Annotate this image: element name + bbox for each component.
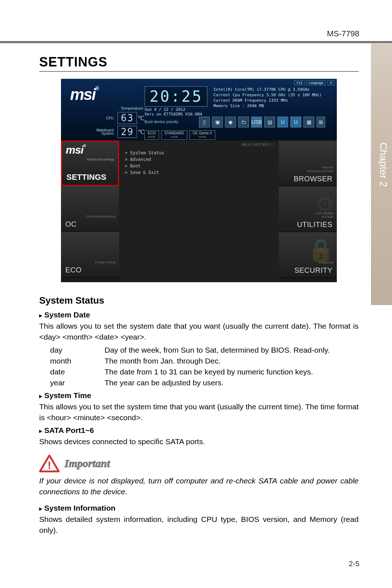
tile-oc-sub: Overclocking setting xyxy=(86,215,115,218)
tile-security-sub: Password xyxy=(319,261,333,264)
mb-temp-value: 29 xyxy=(117,126,137,138)
bios-mode-switcher: ECOmode STANDARDmode OC Genie IImode xyxy=(144,130,215,140)
settings-menu: > System Status > Advanced > Boot > Save… xyxy=(119,148,279,177)
cpu-temp-value: 63 xyxy=(117,112,137,124)
tile-utilities-sub: Live Update M-Flash xyxy=(316,211,333,219)
boot-cd-icon[interactable]: ◉ xyxy=(225,117,236,127)
bios-top-right-bar: F12 Language X xyxy=(294,80,335,85)
bios-center-panel: HELP | HOT KEY | ⤴ > System Status > Adv… xyxy=(119,141,279,282)
msi-logo: msi® xyxy=(70,85,98,104)
language-button[interactable]: Language xyxy=(306,80,326,85)
menu-save-exit[interactable]: > Save & Exit xyxy=(125,169,273,176)
section-system-status: System Status xyxy=(39,295,359,306)
eco-mode-button[interactable]: ECOmode xyxy=(144,130,159,140)
title-rule xyxy=(39,71,359,72)
boot-net-icon[interactable]: ▤ xyxy=(264,117,275,127)
boot-device-icons: ▯ ▣ ◉ 🗀 USB ▤ U U ▦ ⊞ xyxy=(199,117,325,127)
page-title: SETTINGS xyxy=(39,54,359,70)
important-callout: ! Important xyxy=(39,454,359,473)
cpu-temp-label: CPU xyxy=(94,116,114,120)
temperature-label: Temperature xyxy=(94,106,143,110)
item-system-information: System Information xyxy=(39,504,359,512)
system-time-desc: This allows you to set the system time t… xyxy=(39,401,359,423)
chapter-label: Chapter 2 xyxy=(377,142,389,187)
tile-security[interactable]: 🔒 Password SECURITY xyxy=(279,232,337,278)
menu-boot[interactable]: > Boot xyxy=(125,163,273,169)
tile-eco-label: ECO xyxy=(65,266,82,274)
mb-temp-label: Mainboard System xyxy=(94,129,114,135)
system-date-desc: This allows you to set the system date t… xyxy=(39,321,359,342)
temp-unit2: ℃ xyxy=(138,129,144,135)
tile-eco[interactable]: Energy saving ECO xyxy=(61,232,119,277)
menu-system-status[interactable]: > System Status xyxy=(125,150,273,156)
tile-oc[interactable]: Overclocking setting OC xyxy=(61,186,119,232)
sata-desc: Shows devices connected to specific SATA… xyxy=(39,436,359,447)
warning-icon: ! xyxy=(39,454,60,473)
item-system-date: System Date xyxy=(39,311,359,319)
tile-utilities[interactable]: ⚙ Live Update M-Flash UTILITIES xyxy=(279,186,337,232)
tile-oc-label: OC xyxy=(65,220,77,228)
important-text: If your device is not displayed, turn of… xyxy=(39,475,359,497)
table-row: monthThe month from Jan. through Dec. xyxy=(50,356,337,366)
tile-browser-label: BROWSER xyxy=(294,175,332,183)
tile-security-label: SECURITY xyxy=(294,266,332,275)
item-sata-ports: SATA Port1~6 xyxy=(39,426,359,435)
table-row: yearThe year can be adjusted by users. xyxy=(50,377,337,388)
standard-mode-button[interactable]: STANDARDmode xyxy=(161,130,187,140)
tile-utilities-label: UTILITIES xyxy=(297,220,332,229)
table-row: dateThe date from 1 to 31 can be keyed b… xyxy=(50,366,337,377)
boot-uefi-icon[interactable]: U xyxy=(277,117,288,127)
boot-floppy-icon[interactable]: ▯ xyxy=(199,117,210,127)
tile-browser[interactable]: Internet Message and Mail BROWSER xyxy=(279,141,337,186)
close-button[interactable]: X xyxy=(327,80,335,85)
page-number: 2-5 xyxy=(349,560,359,568)
date-format-table: dayDay of the week, from Sun to Sat, det… xyxy=(50,345,337,388)
tile-browser-sub: Internet Message and Mail xyxy=(307,166,333,173)
boot-last-icon[interactable]: ⊞ xyxy=(317,117,325,127)
important-label: Important xyxy=(65,457,110,470)
header-model: MS-7798 xyxy=(327,29,359,38)
chapter-tab: Chapter 2 xyxy=(371,44,392,305)
sysinfo-desc: Shows detailed system information, inclu… xyxy=(39,514,359,536)
boot-folder-icon[interactable]: 🗀 xyxy=(238,117,249,127)
svg-text:!: ! xyxy=(48,459,51,471)
header-rule xyxy=(0,41,392,43)
temp-unit: ℃ xyxy=(138,115,144,122)
boot-usb-icon[interactable]: USB xyxy=(251,117,262,127)
boot-hdd-icon[interactable]: ▣ xyxy=(212,117,223,127)
tile-settings-sub: Mainboard settings xyxy=(87,158,114,161)
table-row: dayDay of the week, from Sun to Sat, det… xyxy=(50,345,337,356)
bios-datetime: Sun 4 / 22 / 2012 Vers on E7758IMS V10.0… xyxy=(144,107,202,117)
tile-settings[interactable]: msi® Mainboard settings SETTINGS xyxy=(61,141,119,186)
bios-body: msi® Mainboard settings SETTINGS Overclo… xyxy=(61,141,337,282)
bios-header: F12 Language X msi® 20:25 Intel(R) Core(… xyxy=(61,79,337,141)
boot-uefi2-icon[interactable]: U xyxy=(290,117,301,127)
tile-eco-sub: Energy saving xyxy=(95,260,115,264)
menu-advanced[interactable]: > Advanced xyxy=(125,156,273,163)
f12-button[interactable]: F12 xyxy=(294,80,305,85)
bios-screenshot: F12 Language X msi® 20:25 Intel(R) Core(… xyxy=(61,79,337,282)
bios-cpu-info: Intel(R) Core(TM) i7-3770K CPU @ 3.50GHz… xyxy=(213,87,322,109)
tile-settings-label: SETTINGS xyxy=(66,173,106,182)
boot-priority-label: Boot device priority xyxy=(144,119,179,124)
item-system-time: System Time xyxy=(39,391,359,400)
bios-clock: 20:25 xyxy=(144,86,208,107)
help-hotkey-label: HELP | HOT KEY | ⤴ xyxy=(119,141,279,148)
boot-other-icon[interactable]: ▦ xyxy=(303,117,314,127)
ocgenie-mode-button[interactable]: OC Genie IImode xyxy=(189,130,215,140)
lock-icon: 🔒 xyxy=(307,237,335,263)
